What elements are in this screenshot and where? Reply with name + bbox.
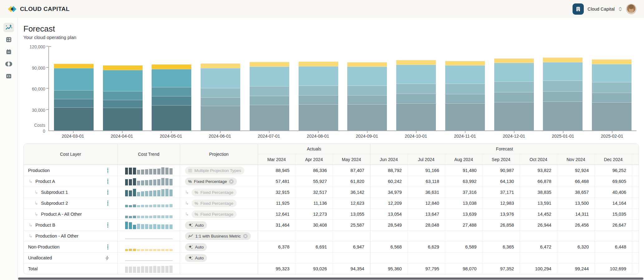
column-header-cost-layer: Cost Layer [24, 144, 117, 165]
month-header-oct-2024: Oct 2024 [520, 154, 557, 165]
segment-subproduct-2 [299, 95, 338, 104]
projection-pill-auto[interactable]: Auto [185, 243, 207, 251]
sidebar-item-overlap[interactable] [3, 59, 14, 69]
row-label: Product A [36, 179, 55, 184]
sidebar-item-code[interactable] [3, 71, 14, 81]
horizontal-scrollbar-thumb[interactable] [18, 278, 643, 280]
value-cell: 66,468 [557, 176, 594, 187]
segment-product-a-all-other [201, 88, 240, 97]
sidebar-item-calendar[interactable] [3, 47, 14, 56]
x-tick-mark [73, 131, 74, 133]
value-cell: 95,360 [370, 263, 407, 274]
row-unallocated: UnallocatedAuto [24, 252, 639, 263]
segment-subproduct-1 [103, 108, 143, 130]
trend-sparkline [125, 199, 173, 207]
value-cell [295, 231, 333, 241]
value-cell: 93,822 [520, 165, 557, 176]
segment-subproduct-1 [543, 101, 583, 130]
value-cell: 34,979 [370, 187, 407, 198]
y-tick-label: 0 [23, 129, 45, 134]
cost-trend-cell [117, 187, 180, 198]
value-cell: 92,924 [557, 165, 594, 176]
value-cell [482, 253, 520, 263]
row-menu-kebab-icon[interactable] [106, 178, 109, 185]
segment-subproduct-1 [54, 107, 94, 130]
cost-layer-cell: ↳Product B [24, 220, 117, 230]
value-cell [295, 253, 333, 263]
value-cell [407, 253, 445, 263]
segment-product-b [592, 64, 632, 82]
value-cell: 28,549 [370, 220, 407, 230]
projection-pill-multiple-projection-types[interactable]: Multiple Projection Types [185, 167, 244, 174]
bar-slot [343, 62, 392, 130]
sidebar-item-calculator[interactable] [3, 35, 14, 44]
row-menu-kebab-icon[interactable] [106, 167, 109, 174]
projection-pill-1-1-with-business-metric[interactable]: 1:1 with Business Metric [185, 232, 251, 240]
chevron-up-down-icon[interactable] [618, 7, 622, 12]
value-cell: 99,244 [557, 263, 594, 274]
projection-pill-auto[interactable]: Auto [185, 254, 207, 262]
projection-pill-label: 1:1 with Business Metric [195, 234, 241, 238]
value-cell-partial [632, 231, 639, 241]
sidebar-nav [0, 18, 18, 280]
row-menu-kebab-icon[interactable] [106, 200, 109, 207]
segment-product-b [103, 70, 143, 91]
chart-plot [48, 47, 637, 131]
org-selector[interactable]: Cloud Capital [573, 3, 637, 15]
value-cell [520, 231, 557, 241]
projection-pill-auto[interactable]: Auto [185, 221, 207, 229]
x-tick-label: 2024-06-01 [195, 134, 244, 139]
value-cell: 38,657 [557, 187, 594, 198]
y-axis-title: Costs [23, 123, 45, 128]
row-non-production: Non-ProductionAuto6,3786,6916,9476,5686,… [24, 241, 639, 252]
segment-subproduct-2 [152, 96, 191, 105]
row-label: Subproduct 1 [41, 190, 68, 195]
user-avatar[interactable] [626, 4, 637, 14]
row-menu-kebab-icon[interactable] [106, 189, 109, 196]
x-tick-mark [122, 131, 123, 133]
value-cell: 63,118 [407, 176, 445, 187]
segment-non-production [103, 65, 143, 70]
remove-projection-icon[interactable] [243, 234, 248, 238]
cost-trend-cell [117, 231, 180, 241]
projection-pill-fixed-percentage[interactable]: %Fixed Percentage [185, 178, 237, 185]
value-cell: 61,820 [333, 176, 370, 187]
x-tick-mark [367, 131, 368, 133]
code-icon [6, 73, 12, 79]
segment-subproduct-1 [152, 105, 191, 130]
x-tick-label: 2024-03-01 [48, 134, 97, 139]
projection-pill-fixed-percentage[interactable]: %Fixed Percentage [192, 199, 237, 207]
projection-pill-fixed-percentage[interactable]: %Fixed Percentage [192, 210, 237, 218]
x-tick-label: 2024-11-01 [441, 134, 490, 139]
segment-non-production [445, 61, 485, 65]
cost-layer-cell: ↳Product A [24, 176, 117, 187]
value-cell-partial [632, 263, 639, 274]
x-tick-label: 2024-12-01 [490, 134, 539, 139]
x-tick-mark [171, 131, 172, 133]
segment-subproduct-1 [592, 102, 632, 130]
row-label: Production [28, 168, 50, 173]
segment-subproduct-1 [299, 104, 338, 130]
row-label: Non-Production [28, 244, 60, 249]
indent-arrow-icon: ↳ [34, 200, 38, 206]
segment-product-a-all-other [347, 86, 387, 95]
segment-product-a-all-other [396, 84, 436, 94]
value-cell: 37,316 [445, 187, 482, 198]
value-cell: 25,587 [333, 220, 370, 230]
x-tick-mark [416, 131, 417, 133]
value-cell: 12,840 [407, 198, 445, 209]
row-menu-kebab-icon[interactable] [106, 222, 109, 228]
remove-projection-icon[interactable] [229, 179, 234, 184]
indent-arrow-icon: ↳ [29, 233, 33, 239]
stacked-bar-2024-08-01 [299, 61, 338, 130]
x-tick-label: 2024-09-01 [342, 134, 391, 139]
row-menu-kebab-icon[interactable] [106, 243, 109, 250]
segment-subproduct-2 [250, 96, 289, 105]
sidebar-item-forecast[interactable] [3, 23, 14, 32]
bar-slot [49, 64, 98, 130]
value-cell: 36,631 [407, 187, 445, 198]
value-cell [445, 253, 482, 263]
value-cell: 87,407 [333, 165, 370, 176]
projection-pill-fixed-percentage[interactable]: %Fixed Percentage [192, 189, 237, 196]
value-cell: 6,448 [594, 242, 632, 252]
